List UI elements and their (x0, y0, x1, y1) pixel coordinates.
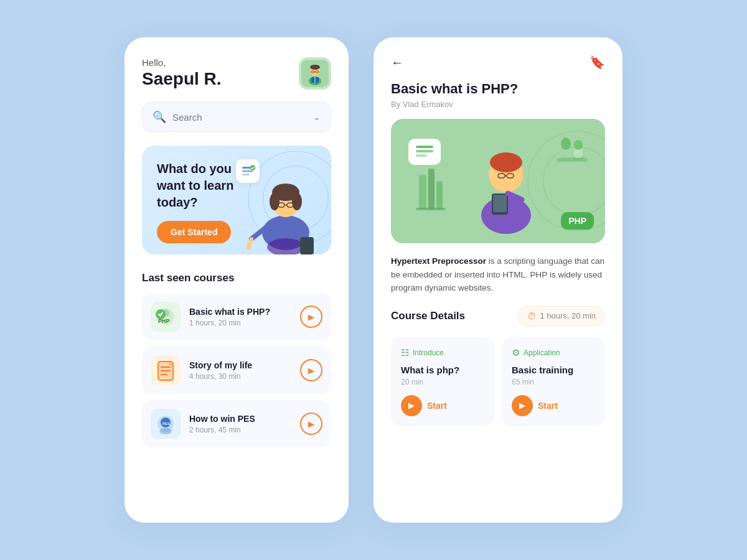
svg-rect-48 (428, 169, 435, 209)
course-play-pes[interactable]: ▶ (300, 413, 322, 435)
course-desc-strong: Hypertext Preprocessor (391, 256, 486, 266)
svg-text:PES: PES (162, 422, 170, 426)
get-started-button[interactable]: Get Started (157, 221, 231, 243)
course-name-php: Basic what is PHP? (189, 307, 291, 317)
course-duration-story: 4 hours, 30 min (189, 372, 291, 381)
svg-rect-58 (493, 195, 507, 212)
module-tag-label-1: Introduce (413, 348, 444, 357)
greeting-name: Saepul R. (142, 69, 222, 89)
svg-point-52 (490, 152, 522, 172)
greeting-block: Hello, Saepul R. (142, 57, 222, 89)
start-label-2[interactable]: Start (538, 401, 558, 411)
course-icon-php: PHP (151, 302, 181, 332)
bookmark-button[interactable]: 🔖 (590, 55, 605, 70)
avatar[interactable] (299, 57, 331, 90)
course-item-story[interactable]: Story of my life 4 hours, 30 min ▶ (142, 347, 331, 394)
svg-point-19 (270, 193, 280, 210)
svg-rect-61 (416, 150, 433, 152)
time-badge-text: 1 hours, 20 min (540, 311, 596, 320)
right-course-title: Basic what is PHP? (391, 81, 605, 97)
php-badge: PHP (561, 212, 594, 230)
application-icon: ⚙ (512, 347, 520, 358)
course-item-pes[interactable]: PES How to win PES 2 hours, 45 min ▶ (142, 400, 331, 447)
banner-illustration (245, 167, 326, 254)
course-name-pes: How to win PES (189, 414, 291, 424)
svg-point-69 (574, 140, 583, 150)
svg-rect-47 (419, 175, 426, 209)
course-item-php[interactable]: PHP Basic what is PHP? 1 hours, 20 min ▶ (142, 293, 331, 340)
course-description: Hypertext Preprocessor is a scripting la… (391, 254, 605, 295)
start-play-1[interactable]: ▶ (401, 395, 422, 416)
greeting-hello: Hello, (142, 57, 222, 68)
svg-point-20 (292, 193, 302, 210)
time-badge: ⏱ 1 hours, 20 min (518, 306, 605, 326)
course-play-php[interactable]: ▶ (300, 306, 322, 328)
svg-rect-68 (574, 149, 583, 158)
svg-point-66 (561, 138, 571, 150)
start-row-1[interactable]: ▶ Start (401, 395, 484, 416)
module-duration-2: 65 min (512, 378, 595, 386)
hero-plant-decoration (550, 130, 594, 170)
module-name-2: Basic training (512, 365, 595, 375)
svg-line-25 (248, 239, 251, 248)
module-duration-1: 20 min (401, 378, 484, 386)
svg-rect-27 (300, 237, 314, 254)
svg-point-3 (310, 65, 320, 70)
header-row: Hello, Saepul R. (142, 57, 331, 90)
course-play-story[interactable]: ▶ (300, 359, 322, 381)
banner: What do you want to learn today? Get Sta… (142, 146, 331, 254)
module-tag-1: ☷ Introduce (401, 347, 484, 358)
course-duration-php: 1 hours, 20 min (189, 319, 291, 327)
module-tag-2: ⚙ Application (512, 347, 595, 358)
module-tag-label-2: Application (524, 348, 560, 357)
details-label: Course Details (391, 310, 465, 322)
search-icon: 🔍 (153, 110, 166, 124)
module-grid: ☷ Introduce What is php? 20 min ▶ Start … (391, 337, 605, 426)
course-duration-pes: 2 hours, 45 min (189, 426, 291, 434)
hero-card-icon (408, 139, 441, 165)
details-row: Course Details ⏱ 1 hours, 20 min (391, 306, 605, 326)
course-info-php: Basic what is PHP? 1 hours, 20 min (189, 307, 291, 327)
back-button[interactable]: ← (391, 55, 403, 70)
start-play-2[interactable]: ▶ (512, 395, 533, 416)
right-panel: ← 🔖 Basic what is PHP? By Vlad Ermakov (374, 37, 622, 523)
course-name-story: Story of my life (189, 360, 291, 370)
course-list: PHP Basic what is PHP? 1 hours, 20 min ▶ (142, 293, 331, 447)
module-card-2: ⚙ Application Basic training 65 min ▶ St… (502, 337, 605, 426)
right-header: ← 🔖 (391, 55, 605, 70)
svg-rect-60 (416, 146, 433, 148)
svg-rect-62 (416, 154, 427, 157)
course-info-story: Story of my life 4 hours, 30 min (189, 360, 291, 381)
chevron-down-icon[interactable]: ⌄ (313, 112, 321, 122)
svg-rect-50 (416, 208, 446, 210)
start-label-1[interactable]: Start (427, 401, 447, 411)
course-icon-story (151, 355, 181, 385)
introduce-icon: ☷ (401, 347, 409, 358)
course-info-pes: How to win PES 2 hours, 45 min (189, 414, 291, 434)
clock-icon: ⏱ (527, 311, 536, 321)
svg-rect-49 (436, 181, 443, 209)
svg-point-43 (159, 428, 172, 434)
course-hero-image: PHP (391, 119, 605, 243)
left-panel: Hello, Saepul R. � (125, 37, 349, 523)
last-seen-title: Last seen courses (142, 272, 331, 284)
course-icon-pes: PES (151, 409, 181, 439)
module-name-1: What is php? (401, 365, 484, 375)
right-course-author: By Vlad Ermakov (391, 100, 605, 109)
search-bar[interactable]: 🔍 ⌄ (142, 102, 331, 132)
start-row-2[interactable]: ▶ Start (512, 395, 595, 416)
module-card-1: ☷ Introduce What is php? 20 min ▶ Start (391, 337, 494, 426)
search-input[interactable] (172, 112, 307, 123)
